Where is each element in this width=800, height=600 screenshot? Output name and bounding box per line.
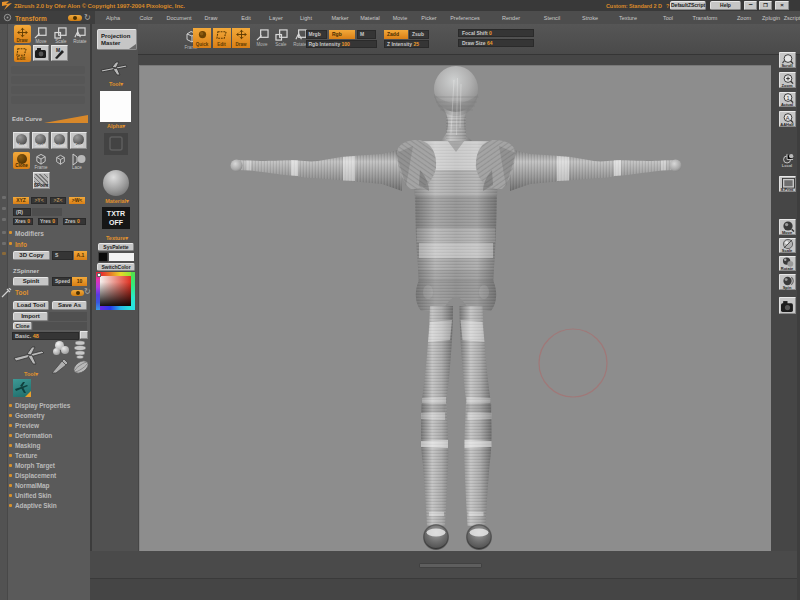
svg-text:M: M <box>56 47 60 53</box>
svg-text:1: 1 <box>786 95 789 101</box>
svg-text:A: A <box>785 114 789 120</box>
